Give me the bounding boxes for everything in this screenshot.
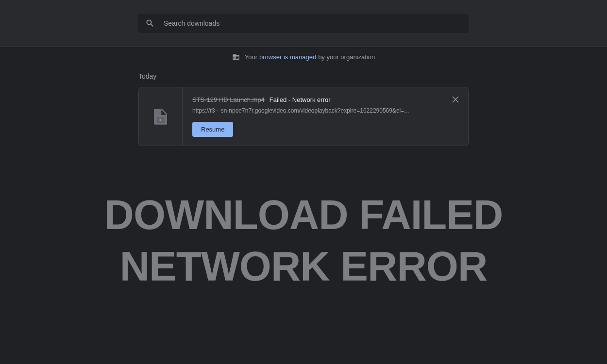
download-card: STS-129 HD Launch.mp4 Failed - Network e… bbox=[138, 87, 469, 146]
download-url: https://r3---sn-npoe7n7r.googlevideo.com… bbox=[192, 107, 425, 114]
file-icon-column bbox=[139, 87, 183, 146]
close-icon bbox=[452, 96, 459, 104]
topbar bbox=[0, 0, 607, 47]
search-input[interactable] bbox=[164, 19, 462, 27]
overlay-line1: DOWNLOAD FAILED bbox=[0, 189, 607, 241]
video-file-icon bbox=[154, 109, 168, 124]
overlay-line2: NETWORK ERROR bbox=[0, 241, 607, 292]
close-button[interactable] bbox=[450, 94, 461, 106]
overlay-caption: DOWNLOAD FAILED NETWORK ERROR bbox=[0, 189, 607, 293]
search-icon bbox=[145, 18, 155, 28]
card-body: STS-129 HD Launch.mp4 Failed - Network e… bbox=[183, 87, 468, 146]
managed-prefix: Your bbox=[245, 53, 257, 61]
download-filename: STS-129 HD Launch.mp4 bbox=[192, 96, 265, 103]
search-container[interactable] bbox=[138, 14, 469, 33]
download-status: Failed - Network error bbox=[270, 96, 331, 103]
managed-link[interactable]: browser is managed bbox=[259, 53, 316, 61]
resume-button[interactable]: Resume bbox=[192, 122, 233, 137]
content-area: Today STS-129 HD Launch.mp4 Failed - Net… bbox=[138, 72, 469, 146]
title-row: STS-129 HD Launch.mp4 Failed - Network e… bbox=[192, 96, 458, 103]
building-icon bbox=[232, 53, 240, 61]
section-header: Today bbox=[138, 72, 469, 80]
managed-bar: Your browser is managed by your organiza… bbox=[0, 47, 607, 66]
managed-suffix: by your organization bbox=[318, 53, 375, 61]
